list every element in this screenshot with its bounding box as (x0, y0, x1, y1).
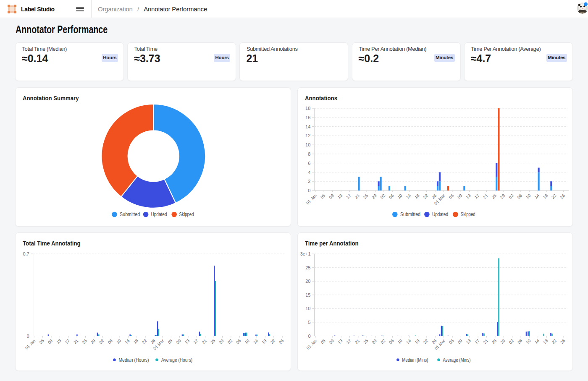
svg-text:05: 05 (320, 338, 326, 345)
svg-text:18: 18 (414, 338, 420, 345)
svg-text:18: 18 (133, 338, 139, 345)
svg-text:14: 14 (533, 193, 540, 200)
svg-text:02: 02 (380, 193, 386, 200)
svg-text:Submitted: Submitted (400, 211, 420, 217)
svg-text:29: 29 (499, 193, 506, 200)
svg-text:Average (Hours): Average (Hours) (161, 357, 192, 363)
svg-text:15: 15 (305, 292, 310, 297)
svg-text:14: 14 (405, 338, 412, 345)
svg-text:05: 05 (38, 338, 45, 345)
svg-text:22: 22 (423, 338, 429, 345)
svg-text:29: 29 (218, 338, 225, 345)
svg-text:13: 13 (337, 193, 344, 200)
svg-text:14: 14 (252, 338, 259, 345)
svg-text:Skipped: Skipped (179, 211, 194, 217)
svg-text:21: 21 (482, 193, 489, 200)
svg-text:09: 09 (175, 338, 182, 345)
svg-text:0: 0 (308, 188, 310, 193)
svg-text:09: 09 (457, 193, 463, 200)
svg-text:0: 0 (308, 334, 310, 339)
svg-text:13: 13 (337, 338, 344, 345)
svg-text:18: 18 (261, 338, 268, 345)
svg-text:10: 10 (525, 338, 532, 345)
svg-text:21: 21 (354, 193, 360, 200)
svg-text:21: 21 (73, 338, 79, 345)
svg-text:06: 06 (388, 338, 395, 345)
svg-text:0.7: 0.7 (23, 251, 29, 256)
svg-text:10: 10 (305, 142, 310, 147)
svg-text:17: 17 (192, 338, 199, 345)
svg-text:21: 21 (482, 338, 489, 345)
svg-text:10: 10 (397, 338, 404, 345)
svg-text:29: 29 (371, 338, 378, 345)
svg-text:25: 25 (305, 265, 310, 270)
svg-text:05: 05 (448, 338, 455, 345)
svg-text:26: 26 (150, 338, 156, 345)
svg-text:14: 14 (534, 338, 541, 345)
svg-text:02: 02 (508, 193, 514, 200)
svg-text:14: 14 (124, 338, 131, 345)
svg-text:13: 13 (465, 193, 472, 200)
svg-text:26: 26 (559, 338, 566, 345)
svg-text:Median (Mins): Median (Mins) (402, 357, 428, 363)
svg-text:02: 02 (508, 338, 514, 345)
svg-text:25: 25 (81, 338, 88, 345)
svg-text:18: 18 (542, 338, 549, 345)
svg-text:02: 02 (227, 338, 234, 345)
svg-text:09: 09 (457, 338, 463, 345)
svg-text:Skipped: Skipped (461, 211, 475, 217)
svg-text:05: 05 (320, 193, 326, 200)
svg-text:Median (Hours): Median (Hours) (118, 357, 149, 363)
svg-text:26: 26 (278, 338, 285, 345)
svg-text:22: 22 (551, 338, 557, 345)
svg-text:2: 2 (308, 179, 310, 184)
svg-text:06: 06 (388, 193, 395, 200)
svg-text:6: 6 (308, 161, 310, 166)
svg-text:25: 25 (362, 193, 369, 200)
svg-text:Average (Mins): Average (Mins) (443, 357, 470, 363)
svg-text:17: 17 (64, 338, 71, 345)
svg-text:13: 13 (465, 338, 472, 345)
svg-text:05: 05 (167, 338, 173, 345)
svg-text:17: 17 (345, 193, 352, 200)
svg-text:22: 22 (141, 338, 148, 345)
svg-text:13: 13 (184, 338, 191, 345)
svg-text:29: 29 (499, 338, 506, 345)
svg-text:29: 29 (90, 338, 97, 345)
svg-text:29: 29 (371, 193, 378, 200)
svg-text:16: 16 (305, 115, 310, 120)
svg-text:13: 13 (55, 338, 62, 345)
svg-text:17: 17 (345, 338, 352, 345)
svg-text:06: 06 (517, 193, 523, 200)
svg-text:12: 12 (305, 133, 310, 138)
svg-text:06: 06 (235, 338, 242, 345)
svg-text:01 Jan: 01 Jan (24, 338, 37, 350)
svg-text:5: 5 (308, 320, 310, 325)
svg-text:Updated: Updated (432, 211, 448, 217)
svg-text:20: 20 (305, 279, 310, 284)
svg-text:01 Jan: 01 Jan (305, 338, 318, 350)
svg-text:26: 26 (431, 193, 438, 200)
svg-text:18: 18 (305, 106, 310, 111)
svg-text:4: 4 (308, 170, 310, 175)
svg-text:21: 21 (201, 338, 208, 345)
svg-text:26: 26 (559, 193, 566, 200)
svg-text:18: 18 (414, 193, 420, 200)
svg-text:17: 17 (474, 338, 480, 345)
svg-text:21: 21 (354, 338, 361, 345)
svg-text:10: 10 (396, 193, 403, 200)
svg-text:25: 25 (491, 338, 498, 345)
svg-text:09: 09 (328, 338, 335, 345)
svg-text:26: 26 (431, 338, 438, 345)
svg-text:06: 06 (107, 338, 113, 345)
svg-text:14: 14 (405, 193, 412, 200)
svg-text:10: 10 (525, 193, 532, 200)
svg-text:10: 10 (116, 338, 122, 345)
svg-text:8: 8 (308, 151, 310, 157)
svg-text:25: 25 (491, 193, 497, 200)
svg-text:05: 05 (448, 193, 455, 200)
svg-text:06: 06 (517, 338, 523, 345)
svg-text:18: 18 (542, 193, 549, 200)
svg-text:Submitted: Submitted (120, 211, 140, 217)
svg-text:10: 10 (305, 306, 310, 311)
